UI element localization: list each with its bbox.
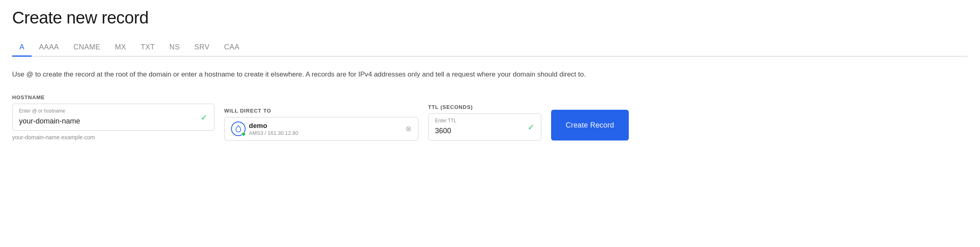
tab-cname[interactable]: CNAME [66,39,108,57]
dropdown-info: demo AMS3 / 161.30.12.80 [249,122,298,136]
hostname-check-icon: ✓ [201,113,208,122]
will-direct-wrapper[interactable]: demo AMS3 / 161.30.12.80 ⊗ [224,117,418,141]
droplet-svg [235,125,242,132]
dropdown-name: demo [249,122,298,130]
tab-txt[interactable]: TXT [134,39,162,57]
tab-mx[interactable]: MX [108,39,134,57]
tabs-bar: AAAAACNAMEMXTXTNSSRVCAA [12,39,968,57]
hostname-field-group: HOSTNAME Enter @ or hostname ✓ [12,94,214,131]
will-direct-label: WILL DIRECT TO [224,108,418,114]
droplet-icon-group [231,121,246,136]
droplet-status-dot [242,132,246,136]
hostname-input-wrapper[interactable]: Enter @ or hostname ✓ [12,104,214,131]
will-direct-group: WILL DIRECT TO demo AMS3 / 161.30.12.80 … [224,108,418,141]
create-record-button[interactable]: Create Record [551,110,629,141]
hostname-hint: your-domain-name.example.com [12,134,214,141]
hostname-label: HOSTNAME [12,94,214,100]
form-fields: HOSTNAME Enter @ or hostname ✓ your-doma… [12,94,968,141]
ttl-check-icon: ✓ [528,122,535,132]
tab-aaaa[interactable]: AAAA [32,39,66,57]
ttl-label: TTL (SECONDS) [428,104,541,110]
ttl-input-wrapper[interactable]: Enter TTL ✓ [428,113,541,141]
tab-caa[interactable]: CAA [217,39,247,57]
hostname-input[interactable] [19,108,197,126]
record-description: Use @ to create the record at the root o… [12,69,700,80]
hostname-group: HOSTNAME Enter @ or hostname ✓ your-doma… [12,94,214,141]
ttl-input[interactable] [435,118,524,136]
page-title: Create new record [12,8,968,28]
tab-ns[interactable]: NS [162,39,187,57]
tab-a[interactable]: A [12,39,32,57]
ttl-group: TTL (SECONDS) Enter TTL ✓ [428,104,541,141]
tab-srv[interactable]: SRV [187,39,217,57]
dropdown-sub: AMS3 / 161.30.12.80 [249,130,298,136]
clear-icon[interactable]: ⊗ [405,124,412,133]
